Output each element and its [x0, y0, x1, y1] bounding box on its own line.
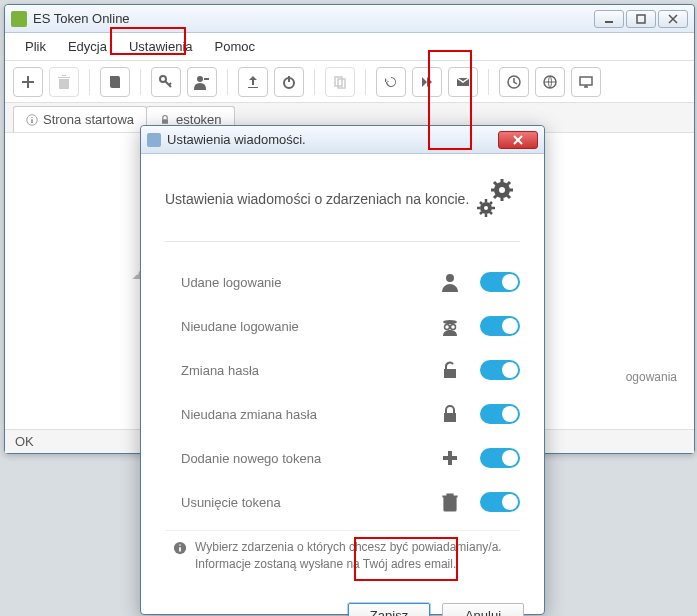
row-pwd-change-fail: Nieudana zmiana hasła	[165, 392, 520, 436]
window-title: ES Token Online	[33, 11, 594, 26]
info-icon	[26, 114, 38, 126]
menubar: Plik Edycja Ustawienia Pomoc	[5, 33, 694, 61]
titlebar: ES Token Online	[5, 5, 694, 33]
add-button[interactable]	[13, 67, 43, 97]
app-icon	[11, 11, 27, 27]
toggle-pwd-change[interactable]	[480, 360, 520, 380]
tab-start[interactable]: Strona startowa	[13, 106, 147, 132]
svg-rect-1	[637, 15, 645, 23]
label-pwd-change-fail: Nieudana zmiana hasła	[165, 407, 434, 422]
book-button[interactable]	[100, 67, 130, 97]
trash-icon	[434, 492, 466, 512]
label-token-add: Dodanie nowego tokena	[165, 451, 434, 466]
row-login-fail: Nieudane logowanie	[165, 304, 520, 348]
dialog-info: Wybierz zdarzenia o których chcesz być p…	[165, 530, 520, 577]
minimize-button[interactable]	[594, 10, 624, 28]
status-text: OK	[15, 434, 34, 449]
globe-button[interactable]	[535, 67, 565, 97]
row-token-add: Dodanie nowego tokena	[165, 436, 520, 480]
row-login-ok: Udane logowanie	[165, 260, 520, 304]
key-button[interactable]	[151, 67, 181, 97]
display-button[interactable]	[571, 67, 601, 97]
label-login-ok: Udane logowanie	[165, 275, 434, 290]
menu-help[interactable]: Pomoc	[205, 35, 265, 58]
dialog-close-button[interactable]	[498, 131, 538, 149]
svg-point-17	[446, 274, 454, 282]
svg-point-14	[499, 187, 505, 193]
toggle-token-del[interactable]	[480, 492, 520, 512]
close-button[interactable]	[658, 10, 688, 28]
svg-rect-10	[580, 77, 592, 85]
svg-point-18	[443, 320, 457, 324]
toggle-login-fail[interactable]	[480, 316, 520, 336]
cancel-button[interactable]: Anuluj	[442, 603, 524, 616]
svg-rect-0	[605, 21, 613, 23]
settings-dialog: Ustawienia wiadomości. Ustawienia wiadom…	[140, 125, 545, 615]
menu-edit[interactable]: Edycja	[58, 35, 117, 58]
history-button[interactable]	[376, 67, 406, 97]
tab-start-label: Strona startowa	[43, 112, 134, 127]
bg-note-text: ogowania	[626, 370, 677, 384]
export-button[interactable]	[238, 67, 268, 97]
svg-point-20	[451, 325, 456, 330]
label-token-del: Usunięcie tokena	[165, 495, 434, 510]
svg-point-16	[484, 206, 488, 210]
delete-button[interactable]	[49, 67, 79, 97]
lock-icon	[159, 114, 171, 126]
svg-point-19	[445, 325, 450, 330]
svg-rect-21	[444, 369, 456, 378]
label-login-fail: Nieudane logowanie	[165, 319, 434, 334]
user-remove-button[interactable]	[187, 67, 217, 97]
toggle-pwd-change-fail[interactable]	[480, 404, 520, 424]
row-token-del: Usunięcie tokena	[165, 480, 520, 524]
svg-rect-22	[444, 413, 456, 422]
dialog-info-text: Wybierz zdarzenia o których chcesz być p…	[195, 539, 516, 573]
dialog-title: Ustawienia wiadomości.	[167, 132, 498, 147]
dialog-icon	[147, 133, 161, 147]
clock-button[interactable]	[499, 67, 529, 97]
save-button[interactable]: Zapisz	[348, 603, 430, 616]
spy-icon	[434, 316, 466, 336]
svg-point-3	[197, 76, 203, 82]
info-icon	[173, 541, 187, 555]
maximize-button[interactable]	[626, 10, 656, 28]
power-button[interactable]	[274, 67, 304, 97]
person-icon	[434, 272, 466, 292]
copy-button[interactable]	[325, 67, 355, 97]
mail-button[interactable]	[448, 67, 478, 97]
label-pwd-change: Zmiana hasła	[165, 363, 434, 378]
plus-icon	[434, 448, 466, 468]
toggle-token-add[interactable]	[480, 448, 520, 468]
dialog-titlebar: Ustawienia wiadomości.	[141, 126, 544, 154]
toolbar	[5, 61, 694, 103]
menu-settings[interactable]: Ustawienia	[119, 35, 203, 58]
row-pwd-change: Zmiana hasła	[165, 348, 520, 392]
menu-file[interactable]: Plik	[15, 35, 56, 58]
gears-icon	[470, 172, 520, 225]
toggle-login-ok[interactable]	[480, 272, 520, 292]
svg-rect-12	[162, 119, 168, 124]
unlock-icon	[434, 360, 466, 380]
lock-icon	[434, 404, 466, 424]
forward-button[interactable]	[412, 67, 442, 97]
dialog-heading: Ustawienia wiadomości o zdarzeniach na k…	[165, 191, 469, 207]
